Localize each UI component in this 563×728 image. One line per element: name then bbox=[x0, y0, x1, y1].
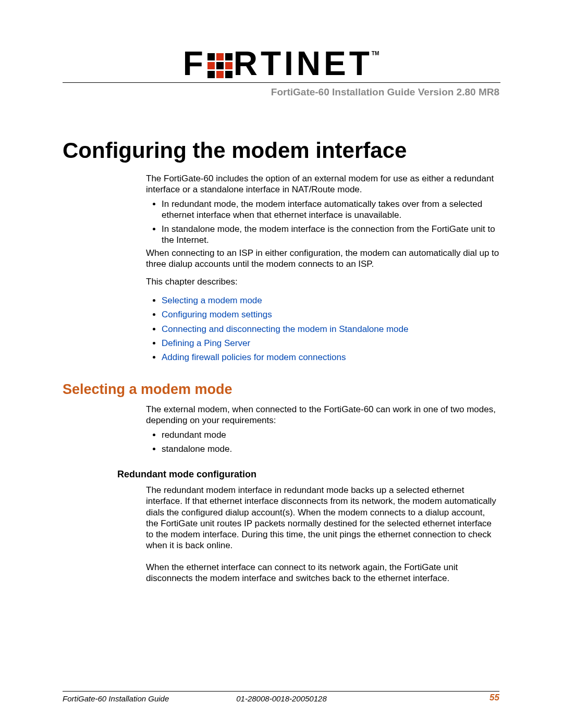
page-number: 55 bbox=[489, 693, 499, 703]
toc-item: Adding firewall policies for modem conne… bbox=[162, 352, 499, 363]
logo-grid-icon bbox=[207, 53, 232, 78]
subsection-heading-redundant: Redundant mode configuration bbox=[117, 469, 256, 480]
footer-divider bbox=[63, 691, 499, 692]
intro-bullet: In redundant mode, the modem interface a… bbox=[162, 199, 499, 221]
logo-text: F RTINETTM bbox=[183, 44, 381, 83]
document-page: F RTINETTM FortiGate-60 Installation Gui… bbox=[0, 0, 563, 728]
intro-paragraph-1: The FortiGate-60 includes the option of … bbox=[146, 173, 499, 195]
intro-paragraph-2: When connecting to an ISP in either conf… bbox=[146, 248, 499, 270]
section1-block: The external modem, when connected to th… bbox=[146, 404, 499, 458]
toc-item: Connecting and disconnecting the modem i… bbox=[162, 324, 499, 335]
toc-link-ping-server[interactable]: Defining a Ping Server bbox=[162, 338, 250, 348]
mode-bullet: standalone mode. bbox=[162, 443, 499, 454]
mode-bullet: redundant mode bbox=[162, 429, 499, 440]
subsection1-paragraph-1: The redundant modem interface in redunda… bbox=[146, 485, 499, 551]
intro-block: The FortiGate-60 includes the option of … bbox=[146, 173, 499, 249]
chapter-title: Configuring the modem interface bbox=[63, 138, 407, 163]
intro-bullet: In standalone mode, the modem interface … bbox=[162, 224, 499, 246]
logo-left: F bbox=[183, 45, 206, 82]
trademark-symbol: TM bbox=[372, 51, 379, 56]
subsection1-paragraph-2: When the ethernet interface can connect … bbox=[146, 562, 499, 584]
section-heading-selecting: Selecting a modem mode bbox=[63, 381, 232, 398]
section1-bullet-list: redundant mode standalone mode. bbox=[146, 429, 499, 455]
chapter-toc: Selecting a modem mode Configuring modem… bbox=[146, 292, 499, 366]
intro-bullet-list: In redundant mode, the modem interface a… bbox=[146, 199, 499, 246]
toc-link-configuring[interactable]: Configuring modem settings bbox=[162, 310, 272, 319]
toc-item: Defining a Ping Server bbox=[162, 338, 499, 349]
toc-link-selecting[interactable]: Selecting a modem mode bbox=[162, 295, 262, 305]
toc-link-firewall[interactable]: Adding firewall policies for modem conne… bbox=[162, 352, 346, 362]
document-subtitle: FortiGate-60 Installation Guide Version … bbox=[271, 87, 499, 98]
logo-right: RTINET bbox=[234, 45, 373, 82]
toc-link-connecting[interactable]: Connecting and disconnecting the modem i… bbox=[162, 324, 409, 334]
toc-item: Configuring modem settings bbox=[162, 309, 499, 320]
section1-paragraph: The external modem, when connected to th… bbox=[146, 404, 499, 426]
header-divider bbox=[63, 82, 500, 83]
footer-center: 01-28008-0018-20050128 bbox=[0, 694, 563, 703]
toc-item: Selecting a modem mode bbox=[162, 295, 499, 306]
intro-paragraph-3: This chapter describes: bbox=[146, 276, 499, 287]
brand-logo: F RTINETTM bbox=[0, 44, 563, 83]
